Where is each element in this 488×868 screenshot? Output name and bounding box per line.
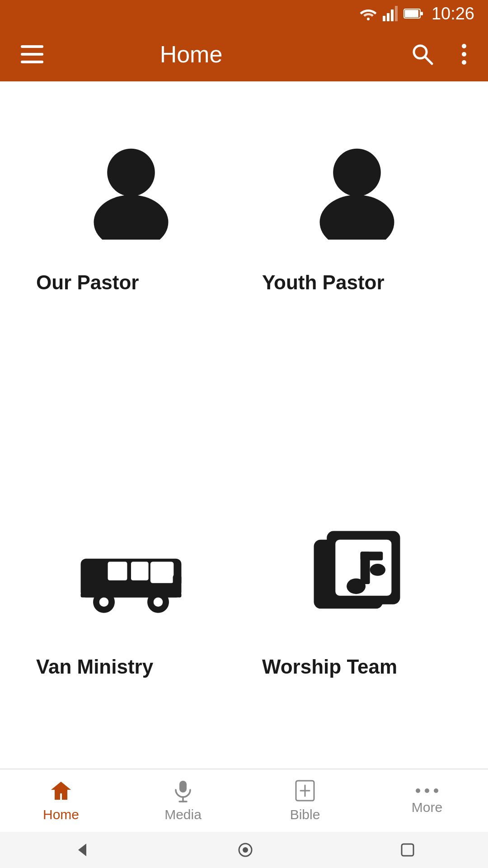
youth-pastor-icon-container: [294, 127, 420, 253]
spacer: [18, 384, 470, 420]
worship-team-item[interactable]: Worship Team: [244, 493, 470, 769]
vertical-dots-icon: [461, 43, 467, 66]
svg-rect-7: [421, 12, 423, 15]
app-bar: Home: [0, 27, 488, 81]
van-ministry-item[interactable]: Van Ministry: [18, 493, 244, 769]
svg-point-15: [462, 60, 466, 65]
bible-nav-label: Bible: [290, 807, 320, 822]
svg-point-34: [347, 579, 366, 594]
svg-point-44: [425, 788, 429, 793]
music-icon: [310, 527, 404, 622]
svg-rect-24: [173, 574, 182, 586]
status-bar-time: 10:26: [432, 4, 474, 24]
svg-rect-23: [131, 562, 149, 580]
search-button[interactable]: [407, 38, 438, 70]
svg-rect-21: [150, 562, 174, 583]
worship-team-icon-container: [294, 511, 420, 637]
svg-point-13: [462, 44, 466, 48]
our-pastor-icon-container: [68, 127, 194, 253]
back-button[interactable]: [60, 837, 103, 863]
search-icon: [411, 43, 434, 66]
status-icons: [359, 6, 423, 21]
svg-point-0: [367, 18, 370, 20]
signal-icon: [383, 6, 398, 21]
svg-rect-1: [383, 16, 385, 21]
youth-pastor-item[interactable]: Youth Pastor: [244, 108, 470, 384]
svg-point-18: [333, 149, 381, 197]
more-nav-label: More: [412, 800, 442, 815]
van-ministry-label: Van Ministry: [27, 656, 235, 678]
home-nav-label: Home: [43, 807, 79, 822]
our-pastor-item[interactable]: Our Pastor: [18, 108, 244, 384]
bottom-nav: Home Media Bible More: [0, 769, 488, 832]
person-icon-2: [307, 140, 407, 240]
recents-button[interactable]: [387, 839, 428, 861]
svg-point-27: [99, 597, 109, 607]
circle-home-icon: [237, 842, 253, 858]
youth-pastor-label: Youth Pastor: [253, 271, 461, 294]
mic-nav-icon: [171, 779, 195, 802]
wifi-icon: [359, 7, 377, 20]
nav-item-home[interactable]: Home: [0, 772, 122, 830]
svg-rect-22: [108, 562, 127, 580]
svg-point-14: [462, 52, 466, 57]
svg-marker-46: [78, 844, 86, 856]
main-content: Our Pastor Youth Pastor: [0, 81, 488, 769]
battery-icon: [404, 7, 423, 20]
app-bar-actions: [407, 38, 472, 70]
van-ministry-icon-container: [68, 511, 194, 637]
nav-item-bible[interactable]: Bible: [244, 772, 366, 830]
system-nav-bar: [0, 832, 488, 868]
van-icon: [77, 533, 185, 615]
worship-team-label: Worship Team: [253, 656, 461, 678]
svg-rect-35: [361, 552, 383, 560]
svg-point-45: [434, 788, 438, 793]
svg-rect-37: [179, 781, 187, 793]
person-icon: [81, 140, 181, 240]
app-bar-title: Home: [0, 41, 393, 68]
dots-nav-icon: [415, 786, 439, 795]
svg-line-12: [425, 57, 432, 64]
nav-item-media[interactable]: Media: [122, 772, 244, 830]
svg-point-19: [320, 195, 394, 240]
svg-rect-49: [402, 844, 413, 856]
svg-point-17: [94, 195, 169, 240]
svg-point-36: [370, 564, 385, 576]
svg-rect-2: [387, 13, 389, 21]
media-nav-label: Media: [164, 807, 202, 822]
our-pastor-label: Our Pastor: [27, 271, 235, 294]
svg-point-48: [243, 847, 248, 853]
status-bar: 10:26: [0, 0, 488, 27]
svg-rect-6: [405, 10, 418, 17]
svg-point-16: [107, 149, 155, 197]
back-icon: [74, 842, 90, 858]
overflow-menu-button[interactable]: [456, 38, 472, 70]
home-nav-icon: [49, 779, 73, 802]
svg-point-29: [154, 597, 163, 607]
nav-item-more[interactable]: More: [366, 779, 488, 822]
svg-rect-3: [391, 9, 394, 21]
home-button[interactable]: [224, 837, 267, 863]
svg-point-43: [416, 788, 420, 793]
square-recents-icon: [401, 843, 414, 857]
bible-nav-icon: [293, 779, 317, 802]
svg-rect-4: [395, 6, 398, 21]
